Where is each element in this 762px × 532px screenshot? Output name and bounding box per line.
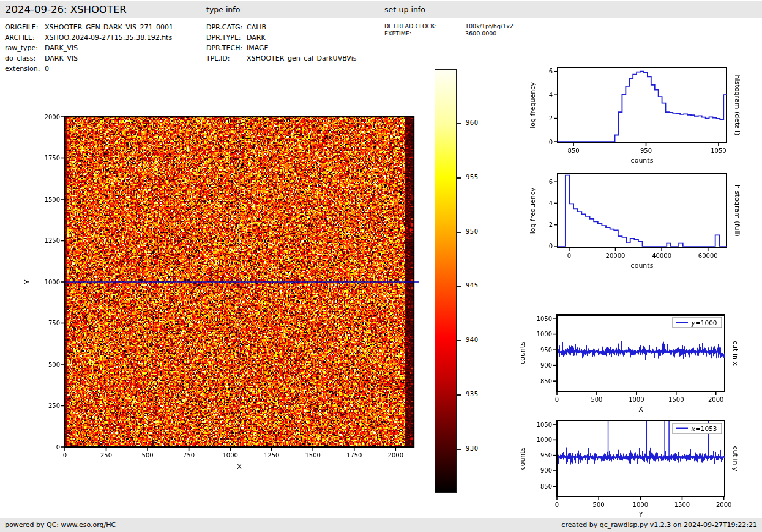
setup-info-heading: set-up info [384, 1, 425, 18]
raw-frame-heatmap [24, 104, 426, 483]
setup-info-block: DET.READ.CLOCK:100k/1pt/hg/1x2 EXPTIME:3… [384, 23, 514, 37]
colorbar-tick-label: 950 [466, 228, 479, 235]
type-info-block: DPR.CATG:CALIB DPR.TYPE:DARK DPR.TECH:IM… [206, 22, 356, 64]
colorbar-tick-label: 945 [466, 282, 479, 289]
colorbar-gradient [435, 69, 457, 493]
meta-row: EXPTIME:3600.0000 [384, 30, 514, 37]
histogram-full-plot [526, 166, 762, 278]
meta-value: XSHOO.2024-09-27T15:35:38.192.fits [45, 34, 172, 42]
meta-value: XSHOOTER_gen_cal_DarkUVBVis [247, 54, 356, 62]
meta-row: DPR.CATG:CALIB [206, 22, 356, 32]
meta-label: ARCFILE: [5, 32, 45, 43]
meta-label: DPR.TECH: [206, 43, 247, 53]
type-info-heading: type info [206, 1, 240, 18]
meta-label: TPL.ID: [206, 53, 247, 64]
colorbar-tick [457, 177, 461, 179]
meta-label: do_class: [5, 53, 45, 64]
meta-row: ARCFILE:XSHOO.2024-09-27T15:35:38.192.fi… [5, 32, 173, 43]
colorbar-tick-label: 930 [466, 445, 479, 452]
page-title: 2024-09-26: XSHOOTER [5, 1, 127, 18]
colorbar: 930935940945950955960 [435, 69, 514, 493]
file-info-block: ORIGFILE:XSHOOTER_GEN_DARK_VIS_271_0001 … [5, 22, 173, 74]
meta-row: do_class:DARK_VIS [5, 53, 173, 64]
meta-label: extension: [5, 64, 45, 74]
meta-row: extension:0 [5, 64, 173, 74]
meta-label: DPR.CATG: [206, 22, 247, 32]
colorbar-tick [457, 232, 461, 233]
meta-value: DARK [247, 34, 266, 42]
footer-right-text: created by qc_rawdisp.py v1.2.3 on 2024-… [561, 518, 757, 532]
colorbar-tick [457, 449, 461, 450]
colorbar-tick [457, 123, 461, 124]
histogram-detail-plot [526, 60, 762, 171]
cut-in-x-plot [517, 308, 762, 419]
footer-left-text: powered by QC: www.eso.org/HC [5, 518, 116, 532]
meta-value: 0 [45, 65, 49, 73]
meta-label: raw_type: [5, 43, 45, 53]
meta-label: EXPTIME: [384, 30, 465, 37]
meta-value: 3600.0000 [465, 30, 496, 37]
colorbar-tick-label: 955 [466, 174, 479, 180]
qc-report-page: 2024-09-26: XSHOOTER type info set-up in… [0, 0, 762, 532]
meta-value: DARK_VIS [45, 54, 78, 62]
colorbar-tick [457, 394, 461, 396]
colorbar-tick [457, 340, 461, 341]
meta-value: 100k/1pt/hg/1x2 [465, 23, 514, 29]
colorbar-tick-label: 960 [466, 119, 479, 126]
meta-row: TPL.ID:XSHOOTER_gen_cal_DarkUVBVis [206, 53, 356, 64]
meta-value: IMAGE [247, 44, 269, 52]
meta-label: DET.READ.CLOCK: [384, 23, 465, 30]
meta-row: DPR.TYPE:DARK [206, 32, 356, 43]
meta-row: DET.READ.CLOCK:100k/1pt/hg/1x2 [384, 23, 514, 30]
meta-row: ORIGFILE:XSHOOTER_GEN_DARK_VIS_271_0001 [5, 22, 173, 32]
meta-row: raw_type:DARK_VIS [5, 43, 173, 53]
meta-value: CALIB [247, 23, 266, 31]
meta-label: DPR.TYPE: [206, 32, 247, 43]
meta-value: XSHOOTER_GEN_DARK_VIS_271_0001 [45, 23, 173, 31]
cut-in-y-plot [517, 415, 762, 526]
meta-row: DPR.TECH:IMAGE [206, 43, 356, 53]
colorbar-tick-label: 935 [466, 391, 479, 397]
colorbar-tick [457, 286, 461, 287]
colorbar-tick-label: 940 [466, 336, 479, 343]
meta-label: ORIGFILE: [5, 22, 45, 32]
meta-value: DARK_VIS [45, 44, 78, 52]
